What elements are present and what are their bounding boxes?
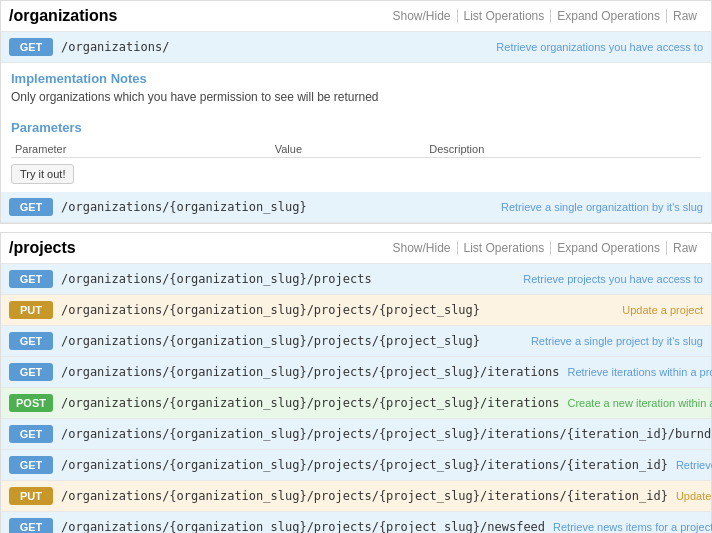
projects-title: /projects — [9, 239, 76, 257]
method-badge-put-7[interactable]: PUT — [9, 487, 53, 505]
method-badge-put-1[interactable]: PUT — [9, 301, 53, 319]
try-it-out-button[interactable]: Try it out! — [11, 164, 74, 184]
endpoint-description: Retrieve news items for a project — [553, 521, 712, 533]
parameters-table: Parameter Value Description — [11, 141, 701, 158]
param-col-parameter: Parameter — [11, 141, 271, 158]
projects-section: /projects Show/Hide List Operations Expa… — [0, 232, 712, 533]
endpoint-row: GET/organizations/{organization_slug}/pr… — [1, 264, 711, 295]
parameters-section: Parameters Parameter Value Description T… — [1, 112, 711, 192]
endpoint-path: /organizations/{organization_slug}/proje… — [61, 427, 712, 441]
projects-list-operations[interactable]: List Operations — [458, 241, 552, 255]
endpoint-row: GET/organizations/{organization_slug}/pr… — [1, 450, 711, 481]
endpoint-description: Update a project — [622, 304, 703, 316]
method-badge-get-2[interactable]: GET — [9, 332, 53, 350]
method-badge-get-2[interactable]: GET — [9, 198, 53, 216]
method-badge-post-4[interactable]: POST — [9, 394, 53, 412]
method-badge-get-5[interactable]: GET — [9, 425, 53, 443]
endpoint-path: /organizations/{organization_slug}/proje… — [61, 272, 515, 286]
projects-endpoints-list: GET/organizations/{organization_slug}/pr… — [1, 264, 711, 533]
projects-header: /projects Show/Hide List Operations Expa… — [1, 233, 711, 264]
method-badge-get[interactable]: GET — [9, 38, 53, 56]
endpoint-row: GET/organizations/{organization_slug}/pr… — [1, 357, 711, 388]
endpoint-path: /organizations/{organization_slug}/proje… — [61, 365, 560, 379]
param-col-value: Value — [271, 141, 426, 158]
organizations-controls: Show/Hide List Operations Expand Operati… — [387, 9, 704, 23]
list-operations-control[interactable]: List Operations — [458, 9, 552, 23]
endpoint-description: Update an iteration within a project — [676, 490, 712, 502]
method-badge-get-6[interactable]: GET — [9, 456, 53, 474]
endpoint-description: Retrieve a single project by it's slug — [531, 335, 703, 347]
endpoint-path: /organizations/{organization_slug}/proje… — [61, 334, 523, 348]
endpoint-row: PUT/organizations/{organization_slug}/pr… — [1, 481, 711, 512]
endpoint-description-2: Retrieve a single organizattion by it's … — [501, 201, 703, 213]
projects-controls: Show/Hide List Operations Expand Operati… — [387, 241, 704, 255]
endpoint-description: Retrieve iteration within a project by I… — [676, 459, 712, 471]
endpoint-row: POST/organizations/{organization_slug}/p… — [1, 388, 711, 419]
impl-notes-text: Only organizations which you have permis… — [11, 90, 701, 104]
endpoint-path: /organizations/{organization_slug}/proje… — [61, 396, 560, 410]
endpoint-row: GET/organizations/{organization_slug}/pr… — [1, 419, 711, 450]
show-hide-control[interactable]: Show/Hide — [387, 9, 458, 23]
organizations-title: /organizations — [9, 7, 117, 25]
endpoint-description: Create a new iteration within a project — [568, 397, 713, 409]
projects-expand-operations[interactable]: Expand Operations — [551, 241, 667, 255]
param-col-description: Description — [425, 141, 701, 158]
endpoint-path: /organizations/{organization_slug}/proje… — [61, 303, 614, 317]
endpoint-path-2: /organizations/{organization_slug} — [61, 200, 493, 214]
projects-raw[interactable]: Raw — [667, 241, 703, 255]
projects-show-hide[interactable]: Show/Hide — [387, 241, 458, 255]
method-badge-get-0[interactable]: GET — [9, 270, 53, 288]
endpoint-row: GET /organizations/ Retrieve organizatio… — [1, 32, 711, 63]
method-badge-get-3[interactable]: GET — [9, 363, 53, 381]
endpoint-path: /organizations/{organization_slug}/proje… — [61, 520, 545, 533]
endpoint-description: Retrieve projects you have access to — [523, 273, 703, 285]
implementation-notes: Implementation Notes Only organizations … — [1, 63, 711, 112]
endpoint-row: GET/organizations/{organization_slug}/pr… — [1, 326, 711, 357]
organizations-section: /organizations Show/Hide List Operations… — [0, 0, 712, 224]
endpoint-row-slug: GET /organizations/{organization_slug} R… — [1, 192, 711, 223]
endpoint-description: Retrieve organizations you have access t… — [496, 41, 703, 53]
endpoint-path: /organizations/ — [61, 40, 488, 54]
endpoint-path: /organizations/{organization_slug}/proje… — [61, 489, 668, 503]
method-badge-get-8[interactable]: GET — [9, 518, 53, 533]
endpoint-row: GET/organizations/{organization_slug}/pr… — [1, 512, 711, 533]
organizations-header: /organizations Show/Hide List Operations… — [1, 1, 711, 32]
endpoint-path: /organizations/{organization_slug}/proje… — [61, 458, 668, 472]
raw-control[interactable]: Raw — [667, 9, 703, 23]
impl-notes-title: Implementation Notes — [11, 71, 701, 86]
endpoint-row: PUT/organizations/{organization_slug}/pr… — [1, 295, 711, 326]
expand-operations-control[interactable]: Expand Operations — [551, 9, 667, 23]
endpoint-description: Retrieve iterations within a project — [568, 366, 713, 378]
parameters-title: Parameters — [11, 120, 701, 135]
